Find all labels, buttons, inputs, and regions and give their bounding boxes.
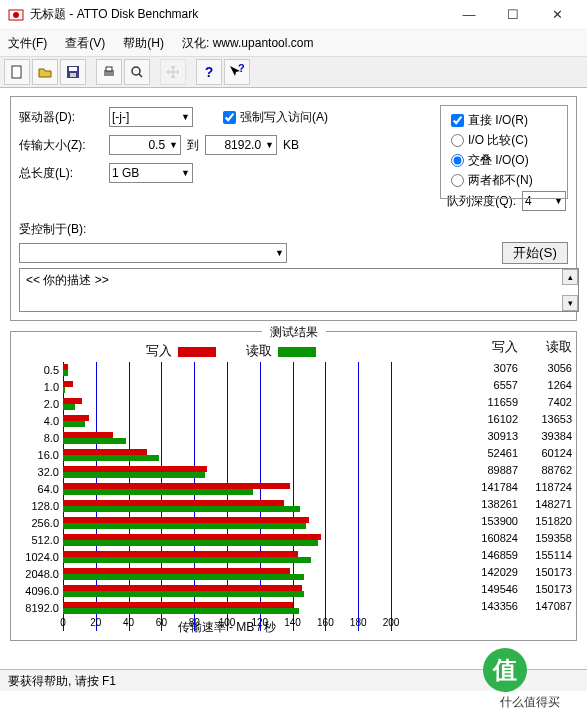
svg-line-9 [139,74,142,77]
scroll-down-button[interactable]: ▾ [562,295,578,311]
kb-label: KB [283,138,299,152]
results-title: 测试结果 [262,324,326,341]
io-mode-group: 直接 I/O(R) I/O 比较(C) 交叠 I/O(O) 两者都不(N) [440,105,568,199]
results-panel: 测试结果 写入 读取 0.51.02.04.08.016.032.064.012… [10,331,577,641]
window-title: 无标题 - ATTO Disk Benchmark [30,6,447,23]
svg-rect-4 [69,67,77,71]
io-compare-radio[interactable]: I/O 比较(C) [451,132,557,149]
force-write-checkbox[interactable]: 强制写入访问(A) [223,109,328,126]
transfer-size-label: 传输大小(Z): [19,137,103,154]
toolbar: ? ? [0,56,587,88]
drive-select[interactable]: [-j-]▼ [109,107,193,127]
table-row: 1610213653 [464,411,572,428]
svg-point-8 [132,67,140,75]
controlled-by-select[interactable]: ▼ [19,243,287,263]
controlled-by-label: 受控制于(B): [19,221,86,238]
translation-link[interactable]: www.upantool.com [213,36,314,50]
neither-radio[interactable]: 两者都不(N) [451,172,557,189]
minimize-button[interactable]: — [447,1,491,29]
legend-read-label: 读取 [246,343,272,358]
svg-point-1 [13,12,19,18]
length-select[interactable]: 1 GB▼ [109,163,193,183]
col-write-header: 写入 [464,338,518,356]
menu-help[interactable]: 帮助(H) [123,35,164,52]
table-row: 30763056 [464,360,572,377]
legend-write-label: 写入 [146,343,172,358]
chart-legend: 写入 读取 [15,342,446,360]
overlap-io-radio[interactable]: 交叠 I/O(O) [451,152,557,169]
move-button [160,59,186,85]
new-button[interactable] [4,59,30,85]
titlebar: 无标题 - ATTO Disk Benchmark — ☐ ✕ [0,0,587,30]
table-row: 65571264 [464,377,572,394]
table-row: 141784118724 [464,479,572,496]
save-button[interactable] [60,59,86,85]
table-row: 116597402 [464,394,572,411]
menubar: 文件(F) 查看(V) 帮助(H) 汉化: www.upantool.com [0,30,587,56]
preview-button[interactable] [124,59,150,85]
col-read-header: 读取 [518,338,572,356]
svg-rect-5 [70,73,76,77]
open-button[interactable] [32,59,58,85]
menu-file[interactable]: 文件(F) [8,35,47,52]
settings-panel: 驱动器(D): [-j-]▼ 强制写入访问(A) 传输大小(Z): 0.5▼ 到… [10,96,577,321]
maximize-button[interactable]: ☐ [491,1,535,29]
svg-rect-2 [12,66,21,78]
chart-plot: 020406080100120140160180200 [63,362,391,617]
table-row: 149546150173 [464,581,572,598]
svg-text:?: ? [238,64,245,74]
table-row: 3091339384 [464,428,572,445]
watermark: 值 什么值得买 [475,648,585,711]
table-row: 160824159358 [464,530,572,547]
watermark-text: 什么值得买 [475,694,585,711]
size-to-select[interactable]: 8192.0▼ [205,135,277,155]
table-row: 5246160124 [464,445,572,462]
context-help-button[interactable]: ? [224,59,250,85]
print-button[interactable] [96,59,122,85]
watermark-icon: 值 [483,648,527,692]
data-table: 写入 读取 3076305665571264116597402161021365… [464,338,572,636]
chart-y-labels: 0.51.02.04.08.016.032.064.0128.0256.0512… [15,362,63,617]
close-button[interactable]: ✕ [535,1,579,29]
drive-label: 驱动器(D): [19,109,103,126]
table-row: 143356147087 [464,598,572,615]
table-row: 142029150173 [464,564,572,581]
scroll-up-button[interactable]: ▴ [562,269,578,285]
table-row: 146859155114 [464,547,572,564]
table-row: 153900151820 [464,513,572,530]
help-button[interactable]: ? [196,59,222,85]
start-button[interactable]: 开始(S) [502,242,568,264]
direct-io-checkbox[interactable]: 直接 I/O(R) [451,112,557,129]
description-textbox[interactable]: << 你的描述 >> ▴ ▾ [19,268,579,312]
chart-x-axis: 020406080100120140160180200 [63,617,391,631]
table-row: 8988788762 [464,462,572,479]
menu-view[interactable]: 查看(V) [65,35,105,52]
app-icon [8,7,24,23]
size-from-select[interactable]: 0.5▼ [109,135,181,155]
svg-rect-7 [106,67,112,71]
table-row: 138261148271 [464,496,572,513]
translation-label: 汉化: www.upantool.com [182,35,313,52]
length-label: 总长度(L): [19,165,103,182]
to-label: 到 [187,137,199,154]
